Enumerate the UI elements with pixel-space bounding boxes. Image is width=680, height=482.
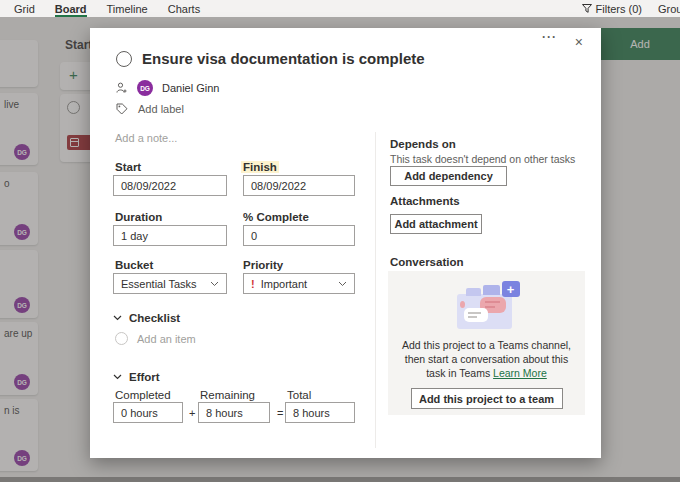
priority-label: Priority: [243, 259, 283, 271]
add-attachment-button[interactable]: Add attachment: [390, 214, 482, 234]
chevron-down-icon: [210, 281, 219, 287]
teams-conversation-illustration-icon: +: [452, 281, 522, 331]
close-button[interactable]: ×: [575, 34, 583, 50]
learn-more-link[interactable]: Learn More: [493, 367, 547, 379]
tag-icon: [116, 103, 128, 115]
tab-board[interactable]: Board: [55, 0, 87, 17]
group-by-button[interactable]: Group: [658, 3, 680, 15]
add-label-text: Add label: [138, 103, 184, 115]
remaining-label: Remaining: [200, 389, 255, 401]
priority-important-icon: !: [251, 278, 255, 290]
remaining-input[interactable]: 8 hours: [198, 402, 270, 423]
assignee-name: Daniel Ginn: [162, 82, 219, 94]
checklist-section-header[interactable]: Checklist: [113, 312, 180, 324]
duration-input[interactable]: 1 day: [113, 225, 227, 246]
percent-complete-label: % Complete: [243, 211, 309, 223]
task-title[interactable]: Ensure visa documentation is complete: [142, 50, 425, 67]
percent-complete-input[interactable]: 0: [243, 225, 355, 246]
conversation-text-line1: Add this project to a Teams channel,: [402, 339, 571, 351]
checklist-header-text: Checklist: [129, 312, 180, 324]
tab-charts[interactable]: Charts: [168, 0, 200, 17]
depends-on-header: Depends on: [390, 138, 456, 150]
task-detail-dialog: ··· × Ensure visa documentation is compl…: [90, 28, 601, 458]
filters-label: Filters (0): [596, 3, 642, 15]
chevron-down-icon: [113, 374, 122, 380]
depends-on-empty-text: This task doesn't depend on other tasks: [390, 153, 575, 165]
conversation-panel: + Add this project to a Teams channel, t…: [388, 271, 585, 415]
bucket-label: Bucket: [115, 259, 153, 271]
view-tabs: Grid Board Timeline Charts: [0, 0, 200, 17]
filters-button[interactable]: Filters (0): [582, 3, 642, 15]
add-item-placeholder: Add an item: [137, 333, 196, 345]
bottom-edge-strip: [0, 477, 680, 482]
conversation-header: Conversation: [390, 256, 464, 268]
filter-funnel-icon: [582, 4, 592, 13]
start-date-input[interactable]: 08/09/2022: [113, 175, 227, 196]
chevron-down-icon: [338, 281, 347, 287]
add-label-row[interactable]: Add label: [116, 103, 184, 115]
conversation-help-text: Add this project to a Teams channel, the…: [402, 338, 571, 380]
task-complete-circle-icon[interactable]: [116, 51, 132, 67]
finish-date-input[interactable]: 08/09/2022: [243, 175, 355, 196]
note-input[interactable]: Add a note...: [115, 132, 177, 144]
tab-timeline[interactable]: Timeline: [107, 0, 148, 17]
bucket-value: Essential Tasks: [121, 278, 197, 290]
view-tab-bar: Grid Board Timeline Charts Filters (0) G…: [0, 0, 680, 17]
duration-label: Duration: [115, 211, 162, 223]
plus-icon: +: [502, 281, 520, 297]
equals-operator: =: [277, 407, 283, 419]
assignee-row[interactable]: DG Daniel Ginn: [116, 80, 219, 96]
completed-label: Completed: [115, 389, 171, 401]
assign-person-icon: [116, 82, 128, 94]
effort-header-text: Effort: [129, 371, 160, 383]
total-input[interactable]: 8 hours: [285, 402, 355, 423]
conversation-text-line2: then start a conversation about this: [405, 353, 568, 365]
task-title-row: Ensure visa documentation is complete: [116, 50, 425, 67]
conversation-text-line3: task in Teams: [426, 367, 490, 379]
priority-select[interactable]: ! Important: [243, 273, 355, 294]
topbar-right: Filters (0) Group: [582, 0, 680, 17]
add-project-to-team-button[interactable]: Add this project to a team: [411, 388, 563, 409]
total-label: Total: [287, 389, 311, 401]
priority-value: Important: [261, 278, 307, 290]
avatar: DG: [137, 80, 153, 96]
finish-label: Finish: [241, 161, 279, 173]
plus-operator: +: [189, 407, 195, 419]
checklist-add-item[interactable]: Add an item: [115, 332, 196, 345]
bucket-select[interactable]: Essential Tasks: [113, 273, 227, 294]
effort-section-header[interactable]: Effort: [113, 371, 160, 383]
start-label: Start: [115, 161, 141, 173]
column-divider: [375, 132, 376, 448]
attachments-header: Attachments: [390, 195, 460, 207]
checklist-circle-icon: [115, 332, 128, 345]
chevron-down-icon: [113, 315, 122, 321]
completed-input[interactable]: 0 hours: [113, 402, 183, 423]
more-options-button[interactable]: ···: [542, 30, 557, 44]
tab-grid[interactable]: Grid: [14, 0, 35, 17]
add-dependency-button[interactable]: Add dependency: [390, 166, 507, 186]
